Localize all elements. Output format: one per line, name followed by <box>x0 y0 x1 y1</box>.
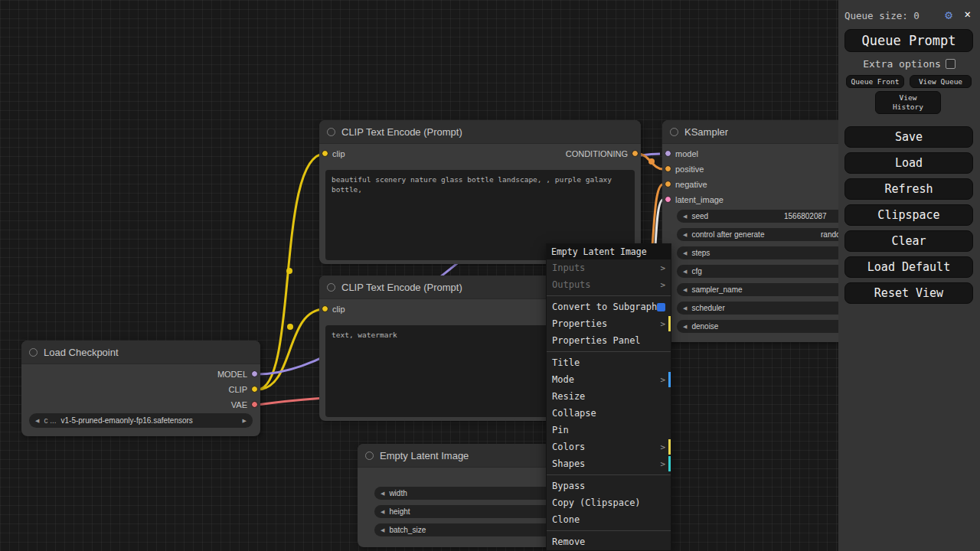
save-button[interactable]: Save <box>844 126 973 148</box>
settings-gear-icon[interactable]: ⚙ <box>945 8 952 22</box>
node-header[interactable]: Load Checkpoint <box>21 341 260 364</box>
view-history-button[interactable]: View History <box>875 91 941 114</box>
extra-options-checkbox[interactable] <box>946 59 956 69</box>
slot-label-vae: VAE <box>231 400 247 409</box>
decrement-arrow-icon[interactable]: ◀ <box>683 287 687 293</box>
menu-item-label: Outputs <box>552 279 591 290</box>
menu-item-label: Convert to Subgraph <box>552 302 657 312</box>
node-title: KSampler <box>684 126 728 138</box>
output-slot-vae[interactable] <box>251 401 258 408</box>
slot-label-model: model <box>675 149 698 158</box>
menu-item-bypass[interactable]: Bypass <box>547 478 671 494</box>
menu-item-copy-clipspace[interactable]: Copy (Clipspace) <box>547 494 671 511</box>
menu-item-label: Clone <box>552 514 580 525</box>
node-title: CLIP Text Encode (Prompt) <box>341 282 462 293</box>
slot-label-clip: clip <box>332 149 345 158</box>
menu-item-collapse[interactable]: Collapse <box>547 405 671 422</box>
node-load-checkpoint[interactable]: Load Checkpoint MODEL CLIP VAE ◀ c ... v… <box>21 341 260 436</box>
menu-item-label: Bypass <box>552 481 585 491</box>
wire-clip-to-clip2 <box>257 309 325 390</box>
decrement-arrow-icon[interactable]: ◀ <box>683 232 687 238</box>
menu-item-inputs[interactable]: Inputs > <box>547 259 671 276</box>
clipspace-button[interactable]: Clipspace <box>844 204 973 226</box>
view-queue-button[interactable]: View Queue <box>910 75 972 88</box>
widget-value: v1-5-pruned-emaonly-fp16.safetensors <box>61 416 193 425</box>
close-icon[interactable]: ✕ <box>965 8 971 20</box>
queue-prompt-button[interactable]: Queue Prompt <box>844 29 973 52</box>
submenu-accent-bar <box>668 316 671 331</box>
decrement-arrow-icon[interactable]: ◀ <box>381 491 384 497</box>
menu-item-properties-panel[interactable]: Properties Panel <box>547 332 671 349</box>
submenu-accent-bar <box>668 372 671 387</box>
decrement-arrow-icon[interactable]: ◀ <box>683 250 687 256</box>
chevron-right-icon: > <box>660 459 665 469</box>
input-slot-positive[interactable] <box>665 165 671 172</box>
menu-item-properties[interactable]: Properties > <box>547 315 671 332</box>
decrement-arrow-icon[interactable]: ◀ <box>683 305 687 311</box>
menu-item-colors[interactable]: Colors > <box>547 439 671 455</box>
slot-label-clip: clip <box>332 305 345 314</box>
decrement-arrow-icon[interactable]: ◀ <box>683 324 687 330</box>
input-slot-negative[interactable] <box>665 181 671 187</box>
input-slot-latent-image[interactable] <box>665 196 671 203</box>
chevron-right-icon: > <box>660 319 665 329</box>
output-slot-clip[interactable] <box>251 386 258 393</box>
chevron-right-icon: > <box>660 280 665 290</box>
menu-item-outputs[interactable]: Outputs > <box>547 276 671 293</box>
menu-item-mode[interactable]: Mode > <box>547 371 671 388</box>
menu-item-pin[interactable]: Pin <box>547 422 671 439</box>
slot-label-clip: CLIP <box>229 385 247 394</box>
reset-view-button[interactable]: Reset View <box>844 282 973 304</box>
input-slot-model[interactable] <box>665 150 671 157</box>
decrement-arrow-icon[interactable]: ◀ <box>683 214 687 220</box>
subgraph-badge-icon <box>657 303 665 311</box>
menu-item-label: Shapes <box>552 458 585 469</box>
decrement-arrow-icon[interactable]: ◀ <box>381 509 384 515</box>
next-option-arrow-icon[interactable]: ▶ <box>243 418 247 424</box>
slot-label-negative: negative <box>675 180 707 189</box>
widget-ckpt-name[interactable]: ◀ c ... v1-5-pruned-emaonly-fp16.safeten… <box>29 413 253 428</box>
menu-item-label: Colors <box>552 442 585 452</box>
decrement-arrow-icon[interactable]: ◀ <box>381 527 384 533</box>
menu-item-remove[interactable]: Remove <box>547 533 671 550</box>
widget-label: steps <box>691 249 710 257</box>
widget-label: batch_size <box>389 526 426 534</box>
decrement-arrow-icon[interactable]: ◀ <box>683 269 687 275</box>
menu-item-shapes[interactable]: Shapes > <box>547 455 671 472</box>
menu-item-label: Remove <box>552 536 585 547</box>
menu-item-clone[interactable]: Clone <box>547 511 671 528</box>
node-header[interactable]: CLIP Text Encode (Prompt) <box>319 120 641 144</box>
menu-separator <box>547 295 671 296</box>
widget-label: c ... <box>44 416 56 425</box>
output-slot-conditioning[interactable] <box>632 150 639 157</box>
input-slot-clip[interactable] <box>322 305 328 312</box>
menu-item-resize[interactable]: Resize <box>547 388 671 405</box>
collapse-dot[interactable] <box>670 128 678 136</box>
clear-button[interactable]: Clear <box>844 230 973 252</box>
collapse-dot[interactable] <box>29 348 38 357</box>
menu-item-convert-to-subgraph[interactable]: Convert to Subgraph <box>547 298 671 315</box>
menu-item-label: Pin <box>552 425 569 435</box>
link-midpoint-dot <box>286 268 292 274</box>
menu-item-label: Copy (Clipspace) <box>552 497 641 508</box>
collapse-dot[interactable] <box>327 283 335 292</box>
menu-separator <box>547 474 671 475</box>
output-slot-model[interactable] <box>251 370 258 377</box>
load-default-button[interactable]: Load Default <box>844 256 973 278</box>
comfyui-menu-panel: Queue size: 0 ⚙ ✕ Queue Prompt Extra opt… <box>838 0 980 551</box>
collapse-dot[interactable] <box>327 128 335 136</box>
refresh-button[interactable]: Refresh <box>844 178 973 200</box>
node-clip-text-encode-1[interactable]: CLIP Text Encode (Prompt) clip CONDITION… <box>319 120 641 264</box>
widget-label: denoise <box>691 322 718 331</box>
node-title: Empty Latent Image <box>380 450 469 461</box>
queue-front-button[interactable]: Queue Front <box>846 75 904 88</box>
collapse-dot[interactable] <box>365 452 374 460</box>
widget-label: seed <box>691 212 708 220</box>
chevron-right-icon: > <box>660 375 665 385</box>
load-button[interactable]: Load <box>844 152 973 174</box>
prev-option-arrow-icon[interactable]: ◀ <box>35 418 39 424</box>
menu-item-label: Properties <box>552 318 607 329</box>
input-slot-clip[interactable] <box>322 150 328 157</box>
menu-item-title[interactable]: Title <box>547 354 671 371</box>
widget-label: width <box>389 489 407 497</box>
